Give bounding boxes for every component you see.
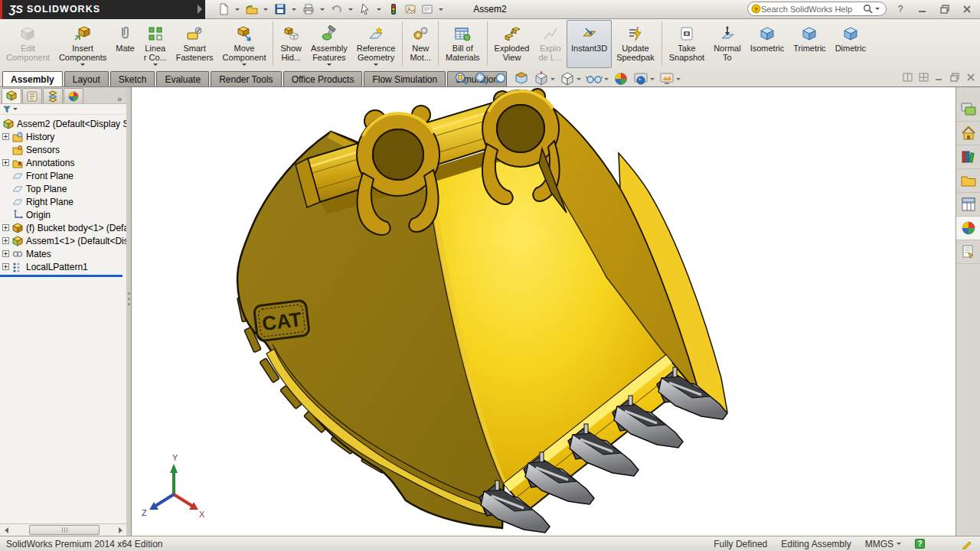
expand-icon[interactable] — [2, 133, 9, 140]
open-icon[interactable] — [244, 2, 260, 17]
tab-assembly[interactable]: Assembly — [2, 71, 63, 86]
cmd-explode-line-sketch[interactable]: Explo de L... — [534, 20, 567, 68]
cmd-reference-geometry[interactable]: Reference Geometry — [352, 20, 400, 68]
cmd-bill-of-materials[interactable]: Bill of Materials — [441, 20, 485, 68]
tree-item-assem1[interactable]: Assem1<1> (Default<Dis — [0, 234, 126, 247]
cmd-dimetric[interactable]: Dimetric — [831, 20, 871, 68]
apply-scene-icon[interactable] — [632, 70, 655, 87]
expand-icon[interactable] — [2, 237, 9, 244]
search-icon[interactable] — [863, 4, 873, 14]
dropdown-caret[interactable] — [153, 64, 158, 66]
dropdown-caret[interactable] — [242, 64, 247, 66]
feature-manager-tab[interactable] — [2, 88, 21, 103]
expand-icon[interactable] — [2, 263, 9, 270]
edit-appearance-icon[interactable] — [612, 70, 629, 87]
display-manager-tab[interactable] — [64, 88, 83, 103]
select-dropdown-caret[interactable] — [377, 8, 381, 11]
search-dropdown-caret[interactable] — [875, 8, 880, 10]
help-icon[interactable]: ? — [892, 2, 909, 15]
view-settings-icon[interactable] — [658, 70, 681, 87]
rebuild-icon[interactable] — [386, 2, 401, 17]
close-button[interactable] — [959, 2, 975, 15]
tab-office-products[interactable]: Office Products — [283, 71, 363, 86]
graphics-viewport[interactable]: CAT — [132, 87, 956, 536]
expand-icon[interactable] — [2, 159, 9, 166]
tree-item-history[interactable]: History — [0, 130, 126, 143]
tree-item-bucket-body[interactable]: (f) Bucket body<1> (Defa — [0, 221, 126, 234]
doc-close-icon[interactable] — [966, 73, 975, 82]
scrollbar-thumb[interactable] — [29, 525, 100, 535]
tab-render-tools[interactable]: Render Tools — [211, 71, 282, 86]
dropdown-caret[interactable] — [327, 64, 332, 66]
status-units[interactable]: MMGS — [865, 539, 901, 549]
previous-view-icon[interactable] — [493, 70, 510, 87]
view-palette-icon[interactable] — [956, 193, 980, 217]
print-dropdown-caret[interactable] — [320, 8, 325, 11]
tab-evaluate[interactable]: Evaluate — [156, 71, 209, 86]
new-dropdown-caret[interactable] — [235, 8, 240, 11]
open-dropdown-caret[interactable] — [263, 8, 268, 11]
design-library-icon[interactable] — [956, 145, 980, 169]
cmd-instant3d[interactable]: Instant3D — [567, 20, 612, 68]
cmd-smart-fasteners[interactable]: Smart Fasteners — [172, 20, 218, 68]
file-properties-dropdown-caret[interactable] — [439, 8, 443, 11]
tree-item-assem2-root[interactable]: Assem2 (Default<Display St — [0, 117, 126, 130]
menu-expand-arrow[interactable] — [198, 5, 202, 14]
doc-restore-icon[interactable] — [950, 73, 960, 82]
tree-item-local-pattern[interactable]: LocalLPattern1 — [0, 260, 126, 273]
cmd-assembly-features[interactable]: Assembly Features — [306, 20, 352, 68]
solidworks-resources-icon[interactable] — [956, 122, 980, 145]
appearances-scenes-icon[interactable] — [956, 217, 980, 240]
panel-tabs-overflow[interactable]: » — [117, 94, 122, 103]
bucket-model[interactable]: CAT — [132, 87, 956, 536]
print-icon[interactable] — [301, 2, 316, 17]
zoom-to-fit-icon[interactable] — [453, 70, 470, 87]
undo-icon[interactable] — [329, 2, 345, 17]
status-edit-sketch-icon[interactable] — [962, 539, 972, 549]
display-style-icon[interactable] — [559, 70, 582, 87]
property-manager-tab[interactable] — [22, 88, 42, 103]
minimize-button[interactable] — [914, 2, 931, 15]
help-search-box[interactable]: ? — [747, 2, 887, 16]
viewport-layout-icon[interactable] — [903, 73, 913, 82]
dropdown-caret[interactable] — [650, 78, 655, 80]
save-dropdown-caret[interactable] — [292, 8, 296, 11]
cmd-insert-components[interactable]: Insert Components — [54, 20, 111, 68]
file-explorer-icon[interactable] — [956, 169, 980, 193]
dropdown-caret[interactable] — [374, 64, 378, 66]
new-icon[interactable] — [216, 2, 231, 17]
cmd-new-motion-study[interactable]: New Mot... — [405, 20, 436, 68]
tree-item-sensors[interactable]: Sensors — [0, 143, 126, 156]
zoom-to-area-icon[interactable] — [473, 70, 490, 87]
tree-item-top-plane[interactable]: Top Plane — [0, 182, 126, 195]
cmd-take-snapshot[interactable]: Take Snapshot — [665, 20, 709, 68]
panel-splitter[interactable] — [126, 87, 132, 536]
select-icon[interactable] — [358, 2, 373, 17]
expand-icon[interactable] — [2, 250, 9, 257]
status-help-icon[interactable]: ? — [915, 539, 925, 549]
tab-sketch[interactable]: Sketch — [110, 71, 155, 86]
dropdown-caret[interactable] — [550, 78, 555, 80]
scroll-right-arrow[interactable] — [114, 524, 126, 536]
tree-item-right-plane[interactable]: Right Plane — [0, 195, 126, 208]
search-input[interactable] — [761, 5, 863, 14]
dropdown-caret[interactable] — [676, 78, 681, 80]
cmd-isometric[interactable]: Isometric — [746, 20, 789, 68]
solidworks-forum-icon[interactable] — [956, 98, 980, 122]
dropdown-caret[interactable] — [577, 78, 581, 80]
cmd-show-hidden-components[interactable]: Show Hid... — [276, 20, 306, 68]
tree-item-annotations[interactable]: Annotations — [0, 156, 126, 169]
tree-item-front-plane[interactable]: Front Plane — [0, 169, 126, 182]
cmd-exploded-view[interactable]: Exploded View — [490, 20, 534, 68]
view-orientation-icon[interactable] — [533, 70, 556, 87]
file-properties-icon[interactable] — [420, 2, 435, 17]
tree-filter-row[interactable] — [0, 104, 126, 115]
dropdown-caret[interactable] — [604, 78, 609, 80]
cmd-mate[interactable]: Mate — [111, 20, 139, 68]
expand-icon[interactable] — [2, 224, 9, 231]
tree-item-origin[interactable]: Origin — [0, 208, 126, 221]
viewport-layout-2-icon[interactable] — [919, 73, 929, 82]
cmd-edit-component[interactable]: Edit Component — [2, 20, 54, 68]
cmd-update-speedpak[interactable]: Update Speedpak — [612, 20, 659, 68]
splitter-grip[interactable] — [128, 292, 130, 305]
